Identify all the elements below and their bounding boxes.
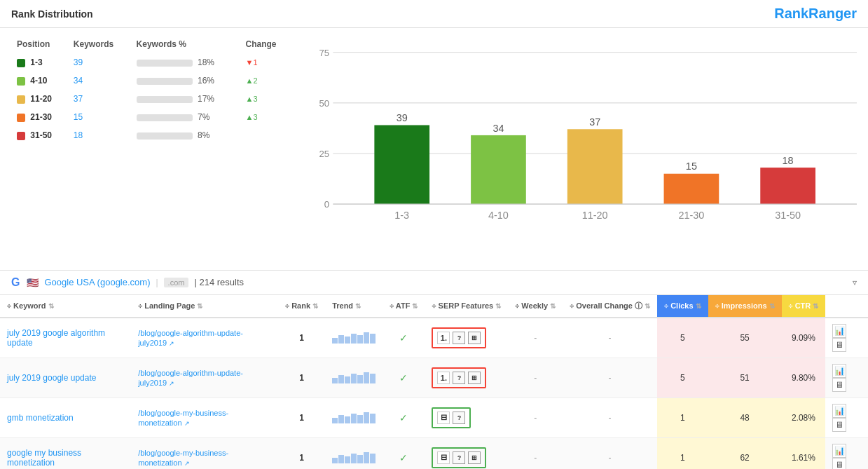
- actions-cell: 📊 🖥: [825, 437, 868, 469]
- chart-bar-button[interactable]: 📊: [832, 444, 846, 458]
- spark-bar: [364, 412, 369, 423]
- search-bar-section: G 🇺🇸 Google USA (google.com) | .com | 21…: [0, 271, 868, 295]
- col-keywords: Keywords: [68, 35, 131, 53]
- rank-badge: [17, 114, 25, 122]
- overall-cell: -: [563, 318, 657, 358]
- chart-bar-button[interactable]: 📊: [832, 324, 846, 338]
- rank-cell: 1: [278, 318, 325, 358]
- keywords-pct-cell: 7%: [131, 108, 240, 126]
- position-cell: 21-30: [11, 108, 68, 126]
- table-col-overall[interactable]: ÷ Overall Change ⓘ ⇅: [563, 295, 657, 318]
- rank-cell: 1: [278, 437, 325, 469]
- actions-cell: 📊 🖥: [825, 318, 868, 358]
- keyword-link[interactable]: gmb monetization: [7, 413, 74, 423]
- change-cell: ▲2: [240, 72, 291, 90]
- spark-bar: [351, 414, 357, 423]
- sparkline: [332, 369, 376, 383]
- pct-text: 7%: [198, 112, 209, 122]
- trend-cell: [325, 358, 383, 397]
- filter-icon[interactable]: ▿: [853, 278, 857, 287]
- serp-cell: 1.?⊞: [425, 318, 508, 358]
- serp-icon-num: ⊟: [437, 412, 450, 424]
- svg-text:34: 34: [492, 123, 504, 134]
- spark-bar: [338, 415, 344, 423]
- svg-text:15: 15: [686, 161, 697, 172]
- chart-display-button[interactable]: 🖥: [832, 458, 846, 469]
- serp-cell: ⊟?: [425, 397, 508, 437]
- serp-icon: ?: [453, 451, 465, 464]
- table-col-atf[interactable]: ÷ ATF ⇅: [383, 295, 425, 318]
- table-col-keyword[interactable]: ÷ Keyword ⇅: [0, 295, 131, 318]
- change-up: ▲3: [246, 113, 258, 121]
- table-col-rank[interactable]: ÷ Rank ⇅: [278, 295, 325, 318]
- atf-cell: ✓: [383, 437, 425, 469]
- domain-text: .com: [164, 278, 189, 287]
- change-cell: ▲3: [240, 90, 291, 108]
- keyword-link[interactable]: july 2019 google update: [7, 373, 96, 383]
- change-down: ▼1: [246, 58, 258, 67]
- rank-table-row: 31-50 18 8%: [11, 126, 291, 144]
- weekly-value: -: [534, 373, 537, 383]
- serp-icon-num: 1.: [437, 332, 450, 344]
- sort-icon: ⇅: [769, 302, 775, 310]
- landing-page-link[interactable]: /blog/google-algorithm-update-july2019: [138, 369, 243, 387]
- spark-bar: [370, 334, 376, 344]
- rank-table: Position Keywords Keywords % Change 1-3 …: [11, 35, 291, 144]
- table-col-serp[interactable]: ÷ SERP Features ⇅: [425, 295, 508, 318]
- serp-icon: ⊞: [468, 451, 481, 464]
- svg-text:31-50: 31-50: [775, 210, 801, 221]
- svg-text:39: 39: [397, 112, 408, 123]
- spark-bar: [370, 374, 376, 383]
- keyword-cell: july 2019 google algorithm update: [0, 318, 131, 358]
- ctr-cell: 1.61%: [782, 437, 826, 469]
- change-cell: ▼1: [240, 53, 291, 72]
- logo-rank: Rank: [774, 6, 808, 21]
- table-row: google my business monetization /blog/go…: [0, 437, 868, 469]
- weekly-cell: -: [508, 437, 563, 469]
- table-col-impressions[interactable]: ÷ Impressions ⇅: [708, 295, 782, 318]
- serp-cell: ⊟?⊞: [425, 437, 508, 469]
- chart-display-button[interactable]: 🖥: [832, 378, 846, 392]
- position-cell: 31-50: [11, 126, 68, 144]
- google-usa-link[interactable]: Google USA (google.com): [44, 277, 150, 287]
- svg-text:18: 18: [783, 155, 794, 166]
- keywords-cell: 39: [68, 53, 131, 72]
- page-title: Rank Distribution: [11, 8, 93, 20]
- keyword-cell: gmb monetization: [0, 397, 131, 437]
- svg-text:50: 50: [319, 98, 330, 109]
- table-col-landing_page[interactable]: ÷ Landing Page ⇅: [131, 295, 278, 318]
- change-up: ▲2: [246, 76, 258, 85]
- table-col-weekly[interactable]: ÷ Weekly ⇅: [508, 295, 563, 318]
- spark-bar: [351, 374, 357, 383]
- serp-icon-num: ⊟: [437, 451, 450, 464]
- landing-page-link[interactable]: /blog/google-my-business-monetization: [138, 449, 228, 467]
- table-col-ctr[interactable]: ÷ CTR ⇅: [782, 295, 826, 318]
- progress-bar-wrap: [137, 96, 193, 103]
- rank-table-row: 4-10 34 16% ▲2: [11, 72, 291, 90]
- svg-text:1-3: 1-3: [394, 210, 409, 221]
- ctr-cell: 2.08%: [782, 397, 826, 437]
- change-up: ▲3: [246, 95, 258, 103]
- clicks-cell: 1: [657, 397, 708, 437]
- pipe-separator: |: [156, 278, 158, 287]
- table-col-trend[interactable]: Trend ⇅: [325, 295, 383, 318]
- chart-display-button[interactable]: 🖥: [832, 418, 846, 432]
- chart-display-button[interactable]: 🖥: [832, 338, 846, 352]
- keyword-link[interactable]: google my business monetization: [7, 448, 81, 468]
- overall-cell: -: [563, 358, 657, 397]
- sort-icon: ⇅: [550, 302, 556, 310]
- landing-page-link[interactable]: /blog/google-algorithm-update-july2019: [138, 329, 243, 347]
- svg-rect-14: [567, 129, 623, 204]
- impressions-cell: 55: [708, 318, 782, 358]
- chart-bar-button[interactable]: 📊: [832, 404, 846, 418]
- spark-bar: [332, 458, 338, 463]
- table-col-actions: [825, 295, 868, 318]
- sort-icon: ⇅: [813, 302, 818, 310]
- serp-icon: ⊞: [468, 332, 481, 344]
- chart-bar-button[interactable]: 📊: [832, 364, 846, 378]
- weekly-cell: -: [508, 318, 563, 358]
- landing-page-cell: /blog/google-algorithm-update-july2019 ↗: [131, 318, 278, 358]
- keyword-link[interactable]: july 2019 google algorithm update: [7, 328, 105, 348]
- landing-page-link[interactable]: /blog/google-my-business-monetization: [138, 409, 228, 427]
- table-col-clicks[interactable]: ÷ Clicks ⇅: [657, 295, 708, 318]
